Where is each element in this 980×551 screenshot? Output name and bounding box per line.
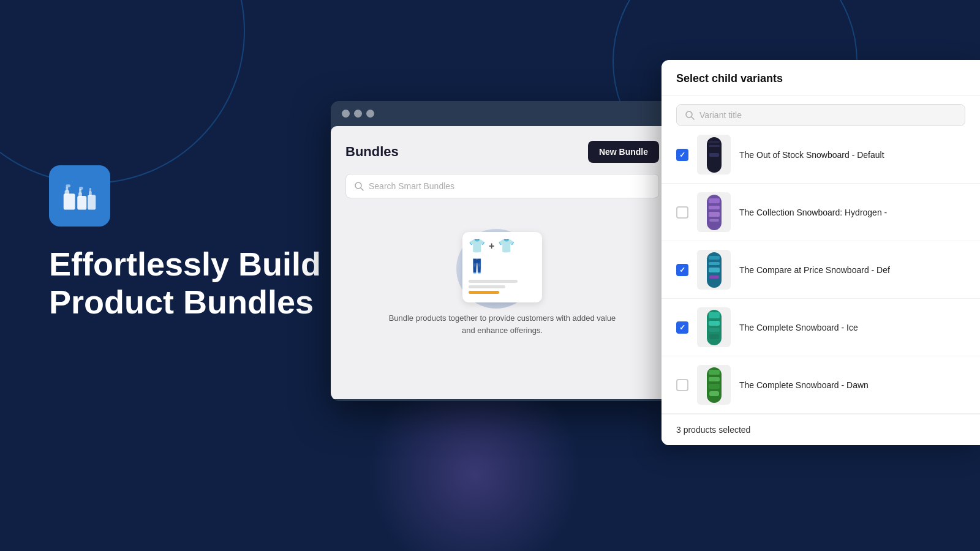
variant-checkbox-4[interactable] [676, 321, 688, 334]
svg-rect-21 [709, 206, 720, 209]
variant-image-2 [697, 192, 731, 232]
selected-count: 3 products selected [676, 425, 750, 435]
browser-dot-3 [366, 110, 374, 118]
variants-panel: Select child variants Variant title The … [662, 60, 980, 445]
svg-line-12 [361, 188, 363, 190]
variant-item-1[interactable]: The Out of Stock Snowboard - Default [662, 126, 980, 184]
snowboard-svg-2 [706, 193, 723, 231]
variants-search-bar[interactable]: Variant title [676, 104, 965, 126]
browser-dot-2 [354, 110, 362, 118]
hero-section: Effortlessly Build Product Bundles [49, 165, 321, 321]
pants-icon: 👖 [469, 258, 536, 274]
svg-rect-5 [78, 192, 82, 197]
variants-search-icon [685, 111, 695, 120]
bg-decoration-circle-1 [0, 0, 245, 184]
card-line-2 [469, 285, 505, 288]
variant-name-1: The Out of Stock Snowboard - Default [739, 150, 965, 160]
variant-item-5[interactable]: The Complete Snowboard - Dawn [662, 356, 980, 414]
variants-footer: 3 products selected [662, 414, 980, 445]
svg-rect-20 [709, 198, 720, 203]
svg-rect-28 [709, 276, 719, 279]
svg-rect-7 [79, 187, 83, 190]
svg-rect-27 [709, 268, 720, 272]
svg-rect-16 [709, 141, 720, 143]
bundles-header: Bundles New Bundle [345, 141, 659, 163]
svg-rect-2 [66, 187, 69, 192]
svg-rect-32 [709, 328, 720, 332]
new-bundle-button[interactable]: New Bundle [588, 141, 659, 163]
variants-panel-title: Select child variants [676, 72, 783, 84]
variant-checkbox-5[interactable] [676, 379, 688, 391]
bundles-page-title: Bundles [345, 144, 399, 160]
snowboard-svg-3 [706, 251, 723, 289]
browser-window: Bundles New Bundle Search Smart Bundles … [331, 101, 674, 401]
illustration-card: 👕 + 👕 👖 [462, 232, 542, 302]
variant-name-4: The Complete Snowboard - Ice [739, 323, 965, 332]
card-lines [469, 280, 536, 294]
search-icon [355, 182, 364, 191]
svg-rect-35 [709, 370, 720, 375]
bundles-search-bar[interactable]: Search Smart Bundles [345, 174, 659, 198]
browser-dot-1 [342, 110, 350, 118]
variant-name-2: The Collection Snowboard: Hydrogen - [739, 208, 965, 217]
svg-rect-37 [709, 384, 720, 389]
svg-rect-8 [88, 195, 96, 209]
snowboard-svg-5 [706, 366, 723, 404]
variant-name-3: The Compare at Price Snowboard - Def [739, 265, 965, 275]
variant-item-3[interactable]: The Compare at Price Snowboard - Def [662, 241, 980, 299]
svg-rect-38 [709, 391, 719, 396]
product-bundles-icon [61, 178, 98, 214]
browser-titlebar [331, 101, 674, 126]
browser-content: Bundles New Bundle Search Smart Bundles … [331, 126, 674, 399]
card-line-accent [469, 291, 499, 294]
svg-rect-4 [77, 196, 86, 210]
svg-rect-18 [709, 153, 719, 157]
svg-rect-6 [79, 189, 81, 193]
variant-image-4 [697, 307, 731, 347]
svg-rect-23 [709, 219, 719, 222]
svg-rect-31 [709, 321, 720, 326]
variants-search-placeholder: Variant title [699, 110, 742, 120]
variant-image-3 [697, 250, 731, 290]
svg-rect-36 [709, 377, 720, 381]
snowboard-svg-1 [706, 136, 723, 174]
variant-item-4[interactable]: The Complete Snowboard - Ice [662, 299, 980, 356]
svg-rect-0 [64, 193, 75, 209]
svg-rect-22 [709, 212, 720, 217]
empty-state: 👕 + 👕 👖 Bundle products together to prov… [345, 211, 659, 336]
variant-item-2[interactable]: The Collection Snowboard: Hydrogen - [662, 184, 980, 241]
variant-image-1 [697, 135, 731, 174]
variant-checkbox-2[interactable] [676, 206, 688, 219]
svg-rect-30 [709, 312, 720, 318]
bundles-search-placeholder: Search Smart Bundles [369, 181, 454, 191]
svg-rect-26 [709, 262, 720, 265]
shirt2-icon: 👕 [498, 238, 514, 254]
svg-rect-33 [709, 334, 719, 339]
snowboard-svg-4 [706, 309, 723, 347]
variants-panel-header: Select child variants [662, 60, 980, 96]
svg-rect-3 [66, 184, 71, 187]
plus-icon: + [489, 241, 494, 252]
variant-checkbox-1[interactable] [676, 149, 688, 161]
variant-checkbox-3[interactable] [676, 264, 688, 276]
svg-rect-10 [89, 188, 91, 192]
variants-list: The Out of Stock Snowboard - Default The… [662, 126, 980, 414]
empty-state-text: Bundle products together to provide cust… [386, 312, 619, 336]
shirt-icon: 👕 [469, 238, 485, 254]
illustration-icons: 👕 + 👕 [469, 238, 536, 254]
variant-image-5 [697, 365, 731, 405]
hero-title: Effortlessly Build Product Bundles [49, 245, 321, 321]
svg-rect-9 [89, 192, 92, 197]
variant-name-5: The Complete Snowboard - Dawn [739, 380, 965, 390]
card-line-1 [469, 280, 518, 283]
app-icon [49, 165, 110, 227]
bundle-illustration: 👕 + 👕 👖 [453, 217, 551, 302]
svg-line-14 [692, 117, 694, 119]
svg-rect-17 [709, 145, 720, 147]
svg-rect-25 [709, 256, 720, 260]
